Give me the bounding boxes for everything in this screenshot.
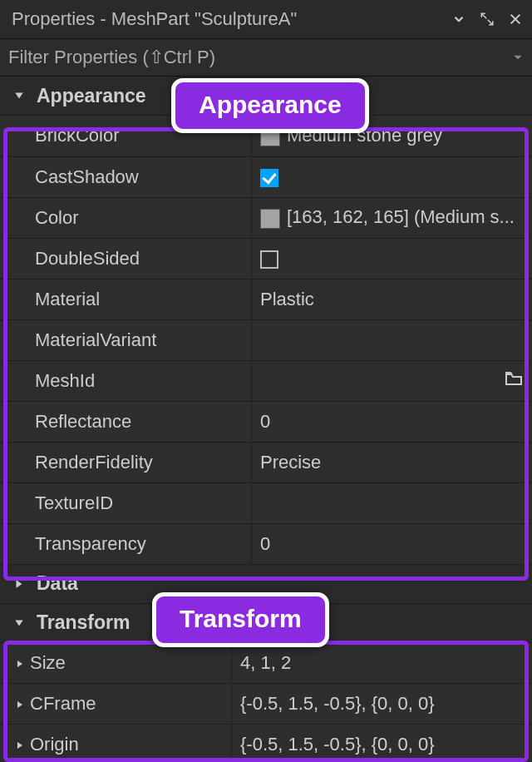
svg-marker-3 — [15, 93, 22, 99]
expand-arrow-icon — [13, 90, 32, 101]
callout-transform: Transform — [152, 592, 329, 647]
prop-value[interactable] — [252, 482, 533, 523]
row-castshadow[interactable]: CastShadow — [0, 156, 532, 197]
expand-arrow-icon — [13, 578, 32, 590]
prop-value[interactable]: [163, 162, 165] (Medium s... — [252, 197, 533, 238]
row-textureid[interactable]: TextureID — [0, 482, 532, 523]
row-size[interactable]: Size 4, 1, 2 — [0, 643, 532, 684]
prop-value[interactable]: 4, 1, 2 — [232, 643, 533, 684]
svg-marker-7 — [17, 701, 22, 708]
svg-marker-8 — [17, 742, 22, 749]
prop-key: MeshId — [0, 360, 252, 401]
prop-value[interactable]: 0 — [252, 523, 533, 564]
prop-key: Reflectance — [0, 401, 252, 442]
prop-value[interactable]: Plastic — [252, 279, 533, 319]
row-material[interactable]: Material Plastic — [0, 279, 532, 319]
close-icon[interactable] — [507, 11, 524, 27]
row-cframe[interactable]: CFrame {-0.5, 1.5, -0.5}, {0, 0, 0} — [0, 684, 532, 725]
prop-key: DoubleSided — [0, 238, 252, 279]
row-renderfidelity[interactable]: RenderFidelity Precise — [0, 442, 532, 482]
expand-arrow-icon[interactable] — [15, 657, 30, 672]
prop-key: TextureID — [0, 482, 252, 523]
callout-appearance: Appearance — [171, 78, 369, 133]
section-label: Transform — [32, 611, 130, 634]
checkbox-icon[interactable] — [260, 250, 278, 269]
section-label: Appearance — [32, 85, 146, 107]
filter-placeholder: Filter Properties (⇧Ctrl P) — [8, 47, 507, 68]
svg-marker-6 — [17, 661, 22, 667]
prop-value[interactable]: 0 — [252, 401, 533, 442]
prop-value[interactable] — [252, 238, 533, 279]
row-doublesided[interactable]: DoubleSided — [0, 238, 532, 279]
prop-value[interactable] — [252, 319, 533, 360]
color-swatch-icon — [260, 209, 280, 229]
prop-key: Material — [0, 279, 252, 319]
prop-key: Transparency — [0, 523, 252, 564]
checkbox-icon[interactable] — [260, 169, 278, 187]
undock-icon[interactable] — [479, 11, 495, 27]
titlebar: Properties - MeshPart "SculptureA" — [0, 0, 532, 39]
prop-value[interactable]: {-0.5, 1.5, -0.5}, {0, 0, 0} — [232, 725, 533, 763]
svg-marker-5 — [15, 620, 22, 626]
svg-marker-2 — [514, 56, 521, 60]
prop-value[interactable] — [252, 156, 533, 197]
row-materialvariant[interactable]: MaterialVariant — [0, 319, 532, 360]
prop-key: Color — [0, 197, 252, 238]
prop-key: CFrame — [0, 684, 232, 725]
row-color[interactable]: Color [163, 162, 165] (Medium s... — [0, 197, 532, 238]
prop-key: MaterialVariant — [0, 319, 252, 360]
row-meshid[interactable]: MeshId — [0, 360, 532, 401]
section-label: Data — [32, 572, 78, 595]
prop-key: Origin — [0, 725, 232, 763]
expand-arrow-icon[interactable] — [15, 739, 30, 754]
prop-value[interactable]: Precise — [252, 442, 533, 482]
properties-panel: Properties - MeshPart "SculptureA" Filte… — [0, 0, 532, 762]
prop-value[interactable]: {-0.5, 1.5, -0.5}, {0, 0, 0} — [232, 684, 533, 725]
expand-arrow-icon[interactable] — [15, 698, 30, 713]
row-reflectance[interactable]: Reflectance 0 — [0, 401, 532, 442]
chevron-down-icon[interactable] — [451, 11, 467, 27]
prop-key: Size — [0, 643, 232, 684]
prop-key: CastShadow — [0, 156, 252, 197]
prop-key: RenderFidelity — [0, 442, 252, 482]
row-transparency[interactable]: Transparency 0 — [0, 523, 532, 564]
expand-arrow-icon — [13, 617, 32, 629]
window-title: Properties - MeshPart "SculptureA" — [8, 8, 451, 30]
filter-input[interactable]: Filter Properties (⇧Ctrl P) — [0, 39, 532, 77]
row-origin[interactable]: Origin {-0.5, 1.5, -0.5}, {0, 0, 0} — [0, 725, 532, 763]
appearance-table: BrickColor Medium stone grey CastShadow … — [0, 116, 532, 565]
svg-marker-4 — [17, 580, 22, 587]
folder-icon[interactable] — [504, 369, 524, 393]
prop-value[interactable] — [252, 360, 533, 401]
transform-table: Size 4, 1, 2 CFrame {-0.5, 1.5, -0.5}, {… — [0, 643, 532, 763]
filter-dropdown-icon[interactable] — [507, 47, 524, 68]
